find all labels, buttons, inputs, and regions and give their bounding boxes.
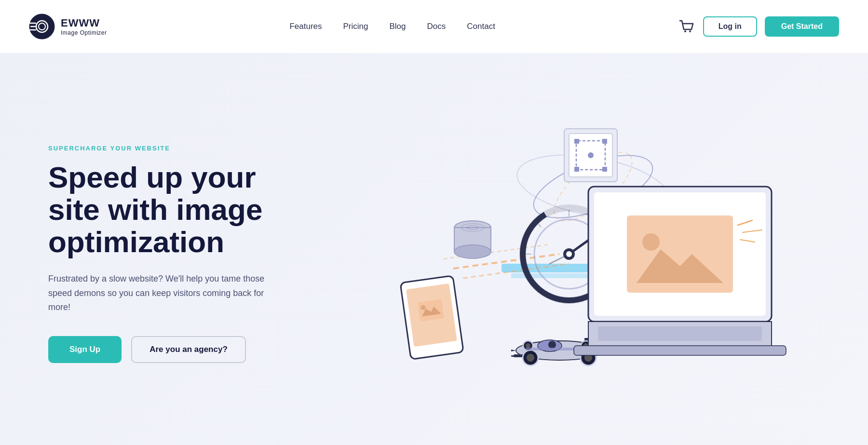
svg-rect-69 (598, 326, 762, 341)
nav-right: Log in Get Started (678, 16, 839, 37)
login-button[interactable]: Log in (703, 16, 757, 37)
hero-illustration (318, 90, 829, 418)
signup-button[interactable]: Sign Up (48, 336, 122, 363)
svg-rect-23 (574, 139, 579, 144)
hero-title: Speed up your site with image optimizati… (48, 162, 299, 258)
nav-item-docs[interactable]: Docs (427, 22, 446, 31)
svg-point-57 (526, 343, 530, 348)
nav-item-features[interactable]: Features (289, 22, 322, 31)
svg-point-53 (527, 354, 534, 362)
svg-rect-24 (602, 139, 607, 144)
svg-point-64 (642, 233, 660, 251)
svg-point-27 (588, 152, 594, 158)
hero-buttons: Sign Up Are you an agency? (48, 336, 299, 363)
svg-point-47 (548, 341, 556, 349)
nav-link-blog[interactable]: Blog (390, 22, 406, 31)
brand-name: EWWW (61, 17, 107, 29)
nav-link-docs[interactable]: Docs (427, 22, 446, 31)
hero-section: SUPERCHARGE YOUR WEBSITE Speed up your s… (0, 53, 868, 445)
agency-button[interactable]: Are you an agency? (131, 336, 246, 363)
nav-item-pricing[interactable]: Pricing (343, 22, 368, 31)
hero-description: Frustrated by a slow website? We'll help… (48, 272, 270, 315)
svg-rect-26 (602, 167, 607, 172)
logo-icon (29, 13, 55, 40)
nav-link-contact[interactable]: Contact (467, 22, 495, 31)
nav-link-features[interactable]: Features (289, 22, 322, 31)
hero-eyebrow: SUPERCHARGE YOUR WEBSITE (48, 145, 299, 152)
get-started-button[interactable]: Get Started (765, 16, 839, 37)
nav-item-blog[interactable]: Blog (390, 22, 406, 31)
svg-point-30 (454, 245, 491, 258)
svg-point-7 (689, 30, 691, 32)
nav-link-pricing[interactable]: Pricing (343, 22, 368, 31)
svg-point-39 (566, 251, 572, 257)
cart-icon[interactable] (678, 18, 695, 35)
logo[interactable]: EWWW Image Optimizer (29, 13, 107, 40)
logo-text: EWWW Image Optimizer (61, 17, 107, 36)
hero-svg (318, 90, 829, 418)
brand-subtitle: Image Optimizer (61, 29, 107, 36)
svg-point-6 (684, 30, 686, 32)
svg-rect-25 (574, 167, 579, 172)
hero-content: SUPERCHARGE YOUR WEBSITE Speed up your s… (48, 145, 299, 363)
nav-links: Features Pricing Blog Docs Contact (289, 22, 495, 31)
svg-rect-70 (574, 346, 786, 355)
svg-rect-15 (418, 299, 444, 322)
navbar: EWWW Image Optimizer Features Pricing Bl… (0, 0, 868, 53)
nav-item-contact[interactable]: Contact (467, 22, 495, 31)
